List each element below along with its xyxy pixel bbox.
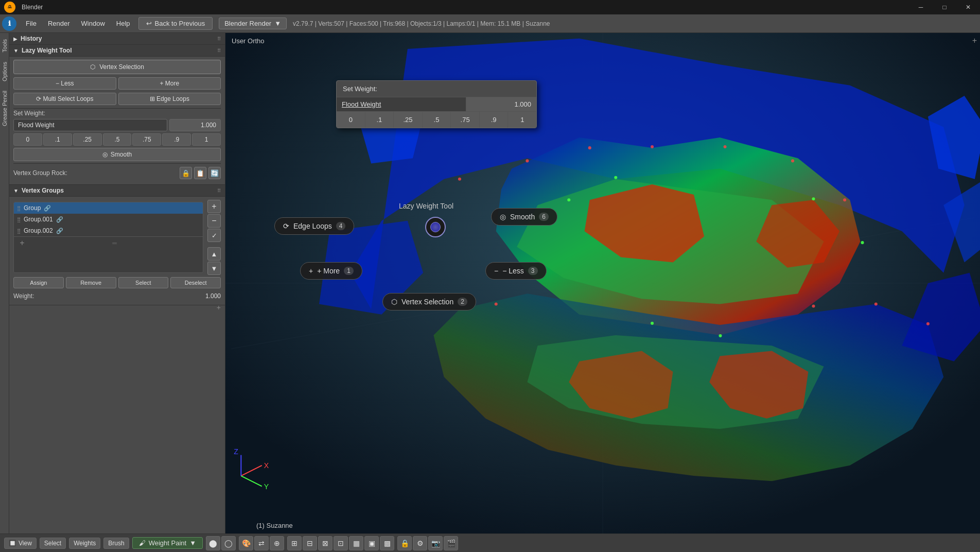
vtab-tools[interactable]: Tools (1, 35, 9, 57)
circle-toggle-icon[interactable]: ◯ (221, 536, 236, 550)
lazy-weight-tool-header[interactable]: ▼ Lazy Weight Tool ⠿ (9, 45, 225, 57)
statusbar-brush-button[interactable]: Brush (103, 538, 129, 549)
action-buttons-row: Assign Remove Select Deselect (13, 277, 221, 288)
mirror-icon[interactable]: ⇄ (254, 536, 269, 550)
grid-icon-7[interactable]: ▩ (380, 536, 394, 550)
grid-icon-1[interactable]: ⊞ (287, 536, 302, 550)
menu-help[interactable]: Help (111, 18, 135, 29)
vgroup-dots-icon-2: ⣿ (17, 228, 21, 234)
grid-icon-5[interactable]: ▦ (349, 536, 363, 550)
render-icon[interactable]: 🎬 (444, 536, 458, 550)
viewport-expand-icon[interactable]: + (972, 36, 977, 45)
radial-item-smooth[interactable]: ◎ Smooth 6 (491, 208, 557, 226)
vgroup-up-btn[interactable]: ▲ (207, 247, 221, 261)
edge-loops-radial-icon: ⟳ (283, 222, 289, 230)
flood-weight-field[interactable]: Flood Weight (13, 119, 167, 131)
overlay-icon[interactable]: ⊕ (270, 536, 284, 550)
popup-preset-0[interactable]: 0 (337, 112, 365, 128)
vgroup-check-btn[interactable]: ✓ (207, 229, 221, 242)
history-section-header[interactable]: ▶ History ⠿ (9, 33, 225, 45)
refresh-icon-button[interactable]: 🔄 (208, 167, 221, 179)
radial-item-edge-loops[interactable]: ⟳ Edge Loops 4 (274, 217, 354, 235)
popup-preset-5[interactable]: .9 (480, 112, 509, 128)
object-label: (1) Suzanne (256, 522, 293, 529)
vertex-groups-section-header[interactable]: ▼ Vertex Groups ⠿ (9, 185, 225, 197)
menu-window[interactable]: Window (76, 18, 110, 29)
less-radial-icon: − (494, 267, 498, 275)
circle-select-icon[interactable]: ⬤ (206, 536, 220, 550)
vertex-selection-button[interactable]: ⬡ Vertex Selection (13, 60, 221, 74)
info-button[interactable]: ℹ (2, 16, 16, 31)
menu-render[interactable]: Render (43, 18, 75, 29)
weight-paint-mode-button[interactable]: 🖌 Weight Paint ▼ (132, 537, 203, 549)
smooth-icon: ◎ (102, 151, 108, 158)
popup-flood-weight-value[interactable]: 1.000 (466, 97, 536, 112)
popup-preset-6[interactable]: 1 (508, 112, 536, 128)
copy-icon-button[interactable]: 📋 (194, 167, 206, 179)
weight-bottom-row: Weight: 1.000 (13, 290, 221, 302)
popup-preset-2[interactable]: .25 (394, 112, 423, 128)
preset-1[interactable]: .1 (43, 133, 72, 146)
statusbar-weights-button[interactable]: Weights (69, 538, 100, 549)
grid-icon-6[interactable]: ▣ (364, 536, 379, 550)
camera-icon[interactable]: 📷 (428, 536, 443, 550)
remove-button[interactable]: Remove (66, 277, 116, 288)
preset-6[interactable]: 1 (192, 133, 221, 146)
viewport-3d[interactable]: X Y Z User Ortho Set Weight: Flood Weigh… (225, 33, 980, 533)
preset-3[interactable]: .5 (103, 133, 132, 146)
radial-menu-center[interactable] (425, 217, 446, 237)
flood-weight-value[interactable]: 1.000 (169, 119, 221, 131)
app-title: Blender (22, 4, 43, 11)
menu-file[interactable]: File (21, 18, 42, 29)
render-engine-select[interactable]: Blender Render ▼ (219, 18, 287, 29)
statusbar-view-icon[interactable]: 🔲 View (4, 538, 37, 549)
paint-fill-icon[interactable]: 🎨 (239, 536, 253, 550)
preset-4[interactable]: .75 (132, 133, 161, 146)
edge-loops-button[interactable]: ⊞ Edge Loops (118, 93, 221, 105)
set-weight-popup: Set Weight: Flood Weight 1.000 0 .1 .25 … (336, 80, 537, 128)
vertex-groups-section-title: Vertex Groups (22, 187, 64, 194)
vgroup-add-btn[interactable]: + (207, 200, 221, 213)
vgroup-item-group002[interactable]: ⣿ Group.002 🔗 (14, 225, 203, 236)
statusbar-select-button[interactable]: Select (40, 538, 66, 549)
maximize-button[interactable]: □ (933, 0, 956, 14)
multi-select-loops-button[interactable]: ⟳ Multi Select Loops (13, 93, 116, 105)
popup-preset-4[interactable]: .75 (451, 112, 480, 128)
deselect-button[interactable]: Deselect (170, 277, 221, 288)
preset-2[interactable]: .25 (73, 133, 102, 146)
preset-0[interactable]: 0 (13, 133, 42, 146)
vgroup-remove-btn[interactable]: − (207, 214, 221, 228)
vgroup-add-button[interactable]: + (17, 238, 27, 248)
back-to-previous-button[interactable]: ↩ Back to Previous (138, 17, 213, 30)
vgroup-down-btn[interactable]: ▼ (207, 262, 221, 275)
flood-weight-row: Flood Weight 1.000 (13, 119, 221, 131)
assign-button[interactable]: Assign (13, 277, 64, 288)
minimize-button[interactable]: ─ (909, 0, 933, 14)
smooth-button[interactable]: ◎ Smooth (13, 148, 221, 161)
vgroup-item-group[interactable]: ⣿ Group 🔗 (14, 202, 203, 214)
vgroup-item-group001[interactable]: ⣿ Group.001 🔗 (14, 214, 203, 225)
grid-icon-4[interactable]: ⊡ (334, 536, 348, 550)
settings-icon[interactable]: ⚙ (413, 536, 427, 550)
radial-item-vertex-selection[interactable]: ⬡ Vertex Selection 2 (382, 293, 476, 310)
more-button[interactable]: + More (118, 77, 221, 90)
less-button[interactable]: − Less (13, 77, 116, 90)
popup-flood-weight-field[interactable]: Flood Weight (337, 97, 466, 112)
close-button[interactable]: ✕ (956, 0, 980, 14)
vtab-options[interactable]: Options (1, 58, 9, 85)
popup-preset-3[interactable]: .5 (423, 112, 451, 128)
radial-item-more[interactable]: + + More 1 (300, 262, 362, 280)
more-plus-icon: + (160, 80, 163, 87)
lock-icon[interactable]: 🔒 (397, 536, 412, 550)
expand-icon[interactable]: + (217, 303, 221, 312)
preset-5[interactable]: .9 (162, 133, 191, 146)
weight-presets-row: 0 .1 .25 .5 .75 .9 1 (13, 133, 221, 146)
separator-1 (13, 108, 221, 109)
grid-icon-3[interactable]: ⊠ (318, 536, 332, 550)
grid-icon-2[interactable]: ⊟ (303, 536, 317, 550)
vtab-grease-pencil[interactable]: Grease Pencil (1, 87, 9, 130)
popup-preset-1[interactable]: .1 (365, 112, 394, 128)
radial-item-less[interactable]: − − Less 3 (485, 262, 547, 280)
select-button[interactable]: Select (118, 277, 169, 288)
lock-icon-button[interactable]: 🔒 (180, 167, 192, 179)
